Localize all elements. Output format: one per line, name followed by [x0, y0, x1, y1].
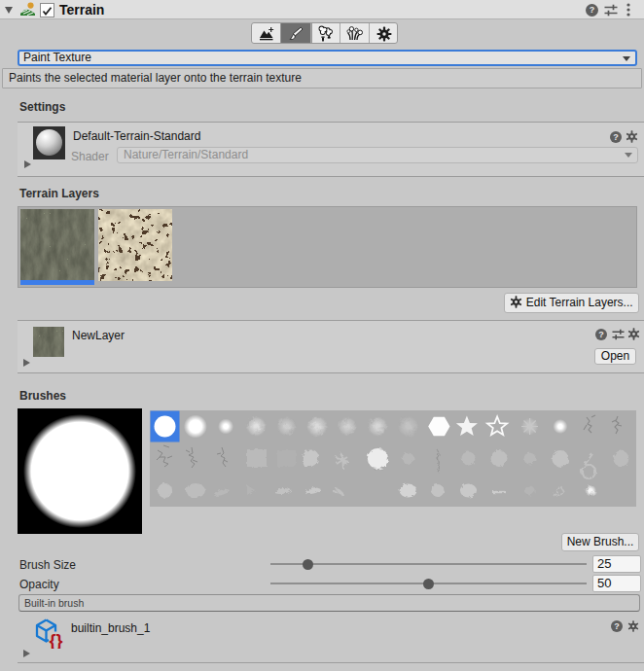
svg-text:{}: {} — [50, 631, 63, 650]
